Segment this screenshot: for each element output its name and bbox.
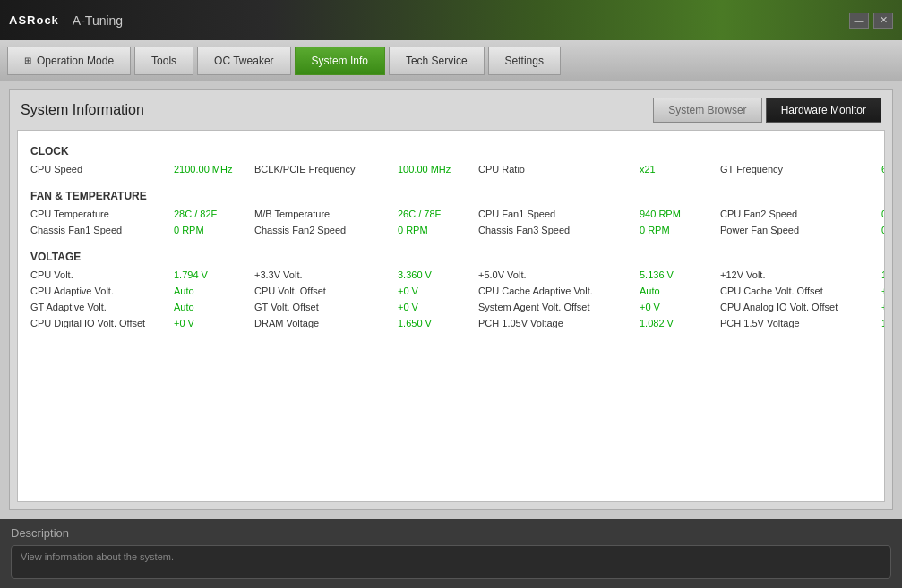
- sysinfo-container: System Information System Browser Hardwa…: [9, 89, 893, 510]
- table-row: CPU Temperature28C / 82FM/B Temperature2…: [30, 206, 872, 222]
- data-value: 5.136 V: [640, 269, 720, 280]
- data-label: PCH 1.5V Voltage: [720, 318, 881, 328]
- data-label: +3.3V Volt.: [254, 269, 398, 280]
- data-label: GT Volt. Offset: [254, 302, 398, 312]
- data-label: GT Frequency: [720, 164, 881, 175]
- data-value: +0 V: [398, 285, 478, 296]
- data-value: 1.082 V: [640, 318, 720, 328]
- app-title: A-Tuning: [73, 13, 123, 28]
- data-label: DRAM Voltage: [254, 318, 398, 328]
- data-label: M/B Temperature: [254, 209, 398, 219]
- nav-tab-operation-mode[interactable]: ⊞Operation Mode: [7, 47, 131, 75]
- data-value: +0 V: [174, 318, 254, 328]
- nav-tab-tech-service[interactable]: Tech Service: [389, 47, 485, 75]
- data-value: Auto: [174, 285, 254, 296]
- voltage-header: VOLTAGE: [30, 245, 872, 267]
- clock-header: CLOCK: [30, 140, 872, 161]
- data-label: Chassis Fan1 Speed: [30, 225, 174, 235]
- data-value: 1.519 V: [881, 318, 885, 328]
- data-value: +0 V: [881, 302, 885, 312]
- data-value: 28C / 82F: [174, 209, 254, 219]
- data-label: CPU Cache Adaptive Volt.: [478, 285, 640, 296]
- nav-tab-settings[interactable]: Settings: [488, 47, 561, 75]
- data-value: Auto: [640, 285, 720, 296]
- data-value: 26C / 78F: [398, 209, 478, 219]
- data-label: CPU Ratio: [478, 164, 640, 175]
- navbar: ⊞Operation ModeToolsOC TweakerSystem Inf…: [0, 40, 902, 81]
- table-row: CPU Speed2100.00 MHzBCLK/PCIE Frequency1…: [30, 161, 872, 177]
- data-value: 1.794 V: [174, 269, 254, 280]
- table-row: CPU Adaptive Volt.AutoCPU Volt. Offset+0…: [30, 283, 872, 299]
- data-value: 2100.00 MHz: [174, 164, 254, 175]
- system-info-label: System Info: [312, 55, 368, 67]
- data-value: 100.00 MHz: [398, 164, 478, 175]
- data-label: PCH 1.05V Voltage: [478, 318, 640, 328]
- description-title: Description: [11, 526, 891, 540]
- data-value: 3.360 V: [398, 269, 478, 280]
- data-value: 1.650 V: [398, 318, 478, 328]
- data-label: +12V Volt.: [720, 269, 881, 280]
- nav-tab-system-info[interactable]: System Info: [295, 47, 385, 75]
- data-label: CPU Fan2 Speed: [720, 209, 881, 219]
- nav-tab-tools[interactable]: Tools: [134, 47, 193, 75]
- sysinfo-header: System Information System Browser Hardwa…: [10, 90, 892, 130]
- sysinfo-title: System Information: [21, 102, 144, 118]
- window-controls: — ✕: [849, 13, 893, 29]
- minimize-button[interactable]: —: [849, 13, 869, 29]
- clock-section: CPU Speed2100.00 MHzBCLK/PCIE Frequency1…: [30, 161, 872, 177]
- tech-service-label: Tech Service: [406, 55, 468, 67]
- data-label: CPU Temperature: [30, 209, 174, 219]
- table-row: CPU Digital IO Volt. Offset+0 VDRAM Volt…: [30, 315, 872, 331]
- main-content: System Information System Browser Hardwa…: [0, 81, 902, 519]
- data-value: +0 V: [881, 285, 885, 296]
- data-value: Auto: [174, 302, 254, 312]
- data-label: Power Fan Speed: [720, 225, 881, 235]
- nav-tab-oc-tweaker[interactable]: OC Tweaker: [197, 47, 290, 75]
- data-label: GT Adaptive Volt.: [30, 302, 174, 312]
- data-value: +0 V: [640, 302, 720, 312]
- header-buttons: System Browser Hardware Monitor: [653, 98, 881, 123]
- data-label: CPU Speed: [30, 164, 174, 175]
- data-label: Chassis Fan3 Speed: [478, 225, 640, 235]
- data-value: +0 V: [398, 302, 478, 312]
- operation-mode-icon: ⊞: [24, 55, 31, 65]
- table-row: Chassis Fan1 Speed0 RPMChassis Fan2 Spee…: [30, 222, 872, 238]
- tools-label: Tools: [151, 55, 176, 67]
- data-label: CPU Volt. Offset: [254, 285, 398, 296]
- asrock-logo: ASRock: [9, 13, 59, 27]
- hardware-monitor-button[interactable]: Hardware Monitor: [766, 98, 881, 123]
- description-text: View information about the system.: [11, 545, 891, 579]
- data-value: 600 Mhz: [881, 164, 885, 175]
- close-button[interactable]: ✕: [873, 13, 893, 29]
- operation-mode-label: Operation Mode: [37, 55, 114, 67]
- data-value: 0 RPM: [174, 225, 254, 235]
- data-label: CPU Volt.: [30, 269, 174, 280]
- data-label: CPU Analog IO Volt. Offset: [720, 302, 881, 312]
- data-label: CPU Fan1 Speed: [478, 209, 640, 219]
- data-value: 0 RPM: [398, 225, 478, 235]
- data-value: 0 RPM: [881, 209, 885, 219]
- table-row: GT Adaptive Volt.AutoGT Volt. Offset+0 V…: [30, 299, 872, 315]
- system-browser-button[interactable]: System Browser: [653, 98, 761, 123]
- description-panel: Description View information about the s…: [0, 519, 902, 588]
- data-value: 0 RPM: [881, 225, 885, 235]
- voltage-section: CPU Volt.1.794 V+3.3V Volt.3.360 V+5.0V …: [30, 267, 872, 331]
- data-label: BCLK/PCIE Frequency: [254, 164, 398, 175]
- oc-tweaker-label: OC Tweaker: [214, 55, 273, 67]
- data-label: CPU Cache Volt. Offset: [720, 285, 881, 296]
- data-value: 0 RPM: [640, 225, 720, 235]
- data-label: CPU Digital IO Volt. Offset: [30, 318, 174, 328]
- settings-label: Settings: [505, 55, 544, 67]
- titlebar: ASRock A-Tuning — ✕: [0, 0, 902, 40]
- data-label: System Agent Volt. Offset: [478, 302, 640, 312]
- table-row: CPU Volt.1.794 V+3.3V Volt.3.360 V+5.0V …: [30, 267, 872, 283]
- fan-temp-header: FAN & TEMPERATURE: [30, 184, 872, 206]
- data-value: 12.250 V: [881, 269, 885, 280]
- data-label: Chassis Fan2 Speed: [254, 225, 398, 235]
- data-panel: CLOCK CPU Speed2100.00 MHzBCLK/PCIE Freq…: [17, 130, 885, 502]
- data-value: 940 RPM: [640, 209, 720, 219]
- data-label: +5.0V Volt.: [478, 269, 640, 280]
- data-label: CPU Adaptive Volt.: [30, 285, 174, 296]
- fan-temp-section: CPU Temperature28C / 82FM/B Temperature2…: [30, 206, 872, 238]
- data-value: x21: [640, 164, 720, 175]
